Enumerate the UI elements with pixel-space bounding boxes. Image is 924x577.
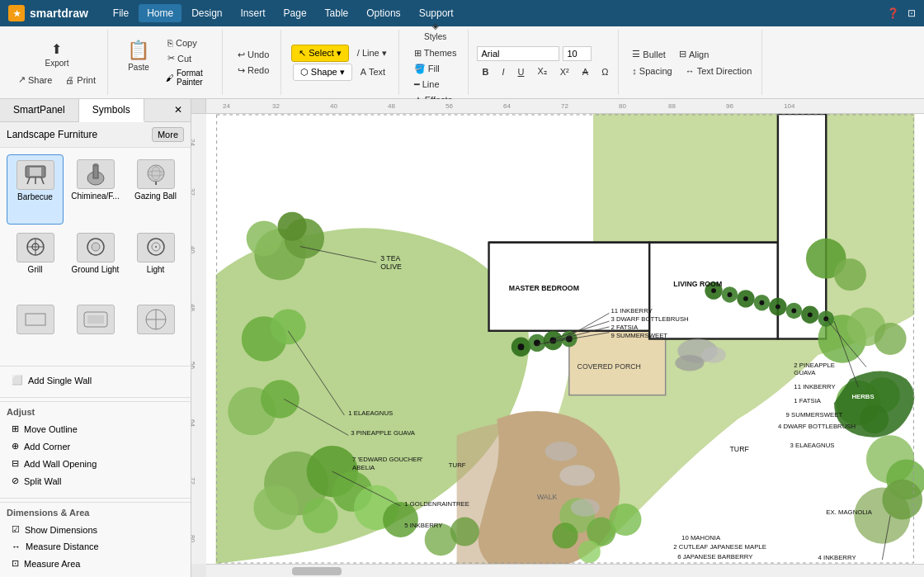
logo-icon: ★: [8, 5, 25, 21]
format-painter-button[interactable]: 🖌 Format Painter: [163, 67, 215, 88]
select-button[interactable]: ↖ Select ▾: [291, 45, 349, 62]
move-outline-label: Move Outline: [24, 424, 78, 434]
superscript-button[interactable]: X²: [555, 65, 574, 78]
font-name-input[interactable]: [477, 46, 559, 61]
light-label: Light: [147, 265, 165, 274]
svg-text:40: 40: [191, 246, 196, 253]
panel-close-button[interactable]: ✕: [166, 99, 191, 121]
shape-button[interactable]: ⬡ Shape ▾: [293, 64, 352, 81]
undo-icon: ↩: [238, 50, 245, 60]
share-button[interactable]: ↗ Share: [13, 73, 57, 87]
chiminea-label: Chiminea/F...: [71, 192, 119, 201]
strikethrough-button[interactable]: A: [578, 65, 593, 78]
svg-point-108: [808, 312, 813, 317]
themes-button[interactable]: ⊞ Themes: [409, 46, 462, 60]
split-wall-label: Split Wall: [24, 476, 61, 486]
more-button[interactable]: More: [152, 127, 184, 142]
menu-design[interactable]: Design: [183, 4, 230, 22]
copy-button[interactable]: ⎘ Copy: [163, 36, 215, 50]
undo-button[interactable]: ↩ Undo: [233, 48, 274, 62]
move-outline-icon: ⊞: [12, 423, 19, 434]
spacing-button[interactable]: ↕ Spacing: [627, 64, 676, 78]
svg-point-66: [303, 498, 338, 533]
show-dimensions-button[interactable]: ☑ Show Dimensions: [7, 521, 184, 538]
svg-text:GUAVA: GUAVA: [794, 369, 816, 376]
svg-text:56: 56: [446, 102, 453, 110]
ruler-corner: [191, 99, 206, 114]
styles-button[interactable]: ◈ Styles: [419, 18, 452, 45]
ground-light-label: Ground Light: [72, 265, 120, 274]
svg-point-57: [278, 212, 307, 241]
export-icon: ⬆: [51, 41, 62, 57]
measure-area-button[interactable]: ⊡ Measure Area: [7, 555, 184, 572]
line2-button[interactable]: ━ Line: [409, 78, 462, 92]
menu-page[interactable]: Page: [276, 4, 315, 22]
symbol-9[interactable]: [127, 300, 184, 359]
line-button[interactable]: / Line ▾: [352, 46, 392, 60]
align-button[interactable]: ⊟ Align: [674, 47, 714, 61]
export-button[interactable]: ⬆ Export: [40, 38, 74, 71]
symbol-gazing-ball[interactable]: Gazing Ball: [127, 154, 184, 225]
text-direction-button[interactable]: ↔ Text Direction: [681, 64, 757, 78]
cut-button[interactable]: ✂ Cut: [163, 51, 215, 65]
add-corner-button[interactable]: ⊕ Add Corner: [7, 437, 184, 455]
measure-distance-button[interactable]: ↔ Measure Distance: [7, 538, 184, 555]
bullet-button[interactable]: ☰ Bullet: [627, 47, 671, 61]
text-label: Text: [369, 67, 385, 77]
menu-home[interactable]: Home: [139, 4, 182, 22]
tools-group: ↖ Select ▾ / Line ▾ ⬡ Shape ▾ A Text: [285, 30, 398, 95]
symbol-8[interactable]: [67, 300, 124, 359]
drawing-canvas[interactable]: 3 TEA OLIVE MASTER BEDROOM 11 INKBERRY 3…: [206, 114, 924, 564]
subscript-button[interactable]: X₂: [532, 64, 551, 78]
menu-options[interactable]: Options: [358, 4, 408, 22]
measure-distance-icon: ↔: [12, 542, 21, 551]
italic-button[interactable]: I: [497, 65, 509, 78]
undo-label: Undo: [248, 50, 269, 59]
add-single-wall-label: Add Single Wall: [28, 376, 92, 385]
symbol-chiminea[interactable]: Chiminea/F...: [67, 154, 124, 225]
add-wall-section: ⬜ Add Single Wall: [0, 366, 191, 394]
menu-table[interactable]: Table: [317, 4, 357, 22]
tab-smartpanel[interactable]: SmartPanel: [0, 99, 79, 121]
move-outline-button[interactable]: ⊞ Move Outline: [7, 420, 184, 437]
symbol-light[interactable]: Light: [127, 228, 184, 296]
tab-symbols[interactable]: Symbols: [79, 99, 144, 122]
fill-button[interactable]: 🪣 Fill: [409, 62, 462, 76]
svg-point-74: [552, 523, 578, 548]
add-single-wall-button[interactable]: ⬜ Add Single Wall: [7, 371, 184, 389]
text-button[interactable]: A Text: [356, 65, 391, 78]
horizontal-scrollbar[interactable]: [206, 564, 924, 577]
bold-button[interactable]: B: [477, 65, 493, 78]
svg-point-98: [518, 343, 525, 350]
svg-point-80: [874, 323, 907, 355]
svg-point-20: [155, 246, 157, 248]
menu-file[interactable]: File: [105, 4, 137, 22]
print-button[interactable]: 🖨 Print: [60, 73, 101, 87]
app-logo: ★ smartdraw: [8, 5, 88, 21]
add-wall-opening-button[interactable]: ⊟ Add Wall Opening: [7, 455, 184, 472]
symbol-7[interactable]: [7, 300, 64, 359]
symbol-9-icon: [137, 305, 175, 334]
svg-text:3 DWARF BOTTLEBRUSH: 3 DWARF BOTTLEBRUSH: [610, 315, 688, 323]
spacing-label: Spacing: [639, 66, 672, 76]
paste-button[interactable]: 📋 Paste: [118, 36, 159, 75]
paste-label: Paste: [128, 63, 149, 72]
text-icon: A: [361, 67, 366, 77]
symbol-barbecue[interactable]: Barbecue: [7, 154, 64, 225]
barbecue-icon: [16, 160, 54, 190]
redo-button[interactable]: ↪ Redo: [233, 64, 274, 78]
font-size-input[interactable]: [563, 46, 592, 61]
svg-text:7 'EDWARD GOUCHER': 7 'EDWARD GOUCHER': [352, 456, 423, 463]
title-bar-right: ❓ ⊡: [887, 7, 916, 19]
special-char-button[interactable]: Ω: [596, 65, 613, 78]
underline-button[interactable]: U: [512, 65, 529, 78]
themes-icon: ⊞: [414, 48, 422, 59]
menu-insert[interactable]: Insert: [233, 4, 274, 22]
split-wall-button[interactable]: ⊘ Split Wall: [7, 472, 184, 490]
symbol-grill[interactable]: Grill: [7, 228, 64, 296]
help-icon[interactable]: ❓: [887, 7, 899, 19]
svg-text:3 PINEAPPLE GUAVA: 3 PINEAPPLE GUAVA: [351, 429, 416, 437]
svg-point-56: [247, 220, 282, 256]
symbol-ground-light[interactable]: Ground Light: [67, 228, 124, 296]
svg-text:48: 48: [191, 304, 196, 311]
